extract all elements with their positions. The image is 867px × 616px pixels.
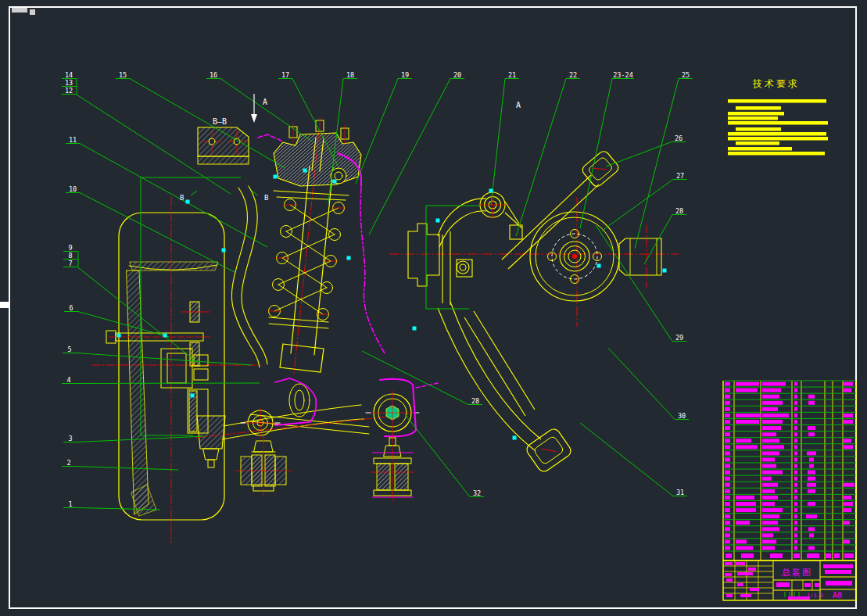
- leader-line: [77, 353, 252, 366]
- table-cell-text: [762, 521, 778, 525]
- table-cell-text: [762, 471, 783, 475]
- callout-14: 14: [65, 71, 73, 79]
- table-cell-text: [808, 395, 815, 399]
- node-marker: [303, 169, 307, 173]
- table-cell-text: [736, 521, 750, 525]
- table-row: [725, 407, 797, 411]
- table-cell-text: [794, 489, 797, 493]
- table-cell-text: [725, 439, 730, 442]
- table-cell-text: [844, 521, 850, 525]
- table-cell-text: [844, 445, 853, 449]
- table-cell-text: [794, 502, 797, 506]
- leader-line: [405, 414, 470, 497]
- table-cell-text: [844, 502, 853, 506]
- table-cell-text: [725, 420, 730, 424]
- table-cell-text: [794, 539, 797, 543]
- table-cell-text: [808, 546, 815, 550]
- leader-line: [606, 142, 672, 167]
- table-cell-text: [762, 445, 784, 449]
- title-block-text: [826, 581, 852, 586]
- table-cell-text: [762, 514, 779, 518]
- tech-requirements: 技术要求: [728, 78, 828, 156]
- hub-flange: [408, 224, 439, 286]
- table-cell-text: [794, 464, 797, 468]
- tech-requirement-line: [728, 132, 826, 136]
- arm-bushing: [289, 384, 310, 417]
- table-header-text: [770, 553, 783, 558]
- callout-15: 15: [119, 71, 127, 79]
- plot-stamp-mark: [12, 8, 27, 13]
- table-cell-text: [762, 439, 779, 442]
- callout-23-24: 23-24: [613, 71, 633, 79]
- callout-28: 28: [471, 397, 479, 405]
- table-row: [725, 483, 854, 487]
- table-cell-text: [762, 496, 778, 500]
- section-b-right-label: B: [264, 194, 268, 202]
- table-cell-text: [725, 483, 730, 487]
- callout-16: 16: [210, 71, 217, 79]
- node-marker: [413, 327, 417, 331]
- leader-line: [516, 79, 566, 237]
- callout-6: 6: [69, 304, 73, 312]
- link-bushing-bottom: [525, 427, 573, 474]
- table-cell-text: [762, 395, 779, 399]
- drawing-sheet: 141312151617181920212223-242511109876543…: [0, 0, 867, 616]
- table-cell-text: [725, 401, 730, 405]
- table-cell-text: [725, 426, 730, 430]
- table-cell-text: [808, 426, 815, 430]
- table-cell-text: [725, 471, 730, 475]
- table-cell-text: [808, 502, 815, 506]
- callout-7: 7: [68, 260, 72, 267]
- section-bb-label: B—B: [213, 117, 227, 126]
- table-cell-text: [725, 546, 730, 550]
- table-cell-text: [794, 382, 797, 386]
- table-cell-text: [794, 451, 797, 455]
- lower-arm: [222, 405, 369, 439]
- tech-requirement-line: [728, 112, 784, 116]
- table-cell-text: [806, 514, 817, 518]
- table-row: [725, 451, 816, 455]
- callout-3: 3: [68, 435, 72, 442]
- table-cell-text: [736, 546, 753, 550]
- title-block-text: [776, 582, 790, 587]
- table-cell-text: [725, 477, 730, 481]
- callout-9: 9: [68, 244, 72, 252]
- table-cell-text: [762, 401, 783, 405]
- table-cell-text: [762, 382, 786, 386]
- node-marker: [347, 256, 351, 260]
- table-cell-text: [736, 389, 758, 392]
- table-cell-text: [725, 457, 730, 461]
- table-cell-text: [794, 508, 797, 512]
- table-cell-text: [762, 432, 776, 436]
- callout-12: 12: [65, 87, 73, 95]
- node-marker: [436, 219, 440, 223]
- table-cell-text: [736, 502, 756, 506]
- title-block-text: [823, 564, 853, 568]
- table-cell-text: [762, 546, 775, 550]
- view-a-label: A: [516, 101, 521, 109]
- title-block-text: [748, 568, 756, 571]
- callout-28: 28: [675, 207, 683, 215]
- table-header-text: [826, 553, 831, 558]
- leader-line: [596, 225, 672, 342]
- table-cell-text: [725, 464, 730, 468]
- title-block-text: [740, 594, 751, 597]
- tech-requirement-line: [728, 147, 792, 151]
- table-cell-text: [794, 389, 797, 392]
- leader-line: [76, 467, 178, 471]
- node-marker: [186, 200, 190, 204]
- table-cell-text: [794, 514, 797, 518]
- leader-line: [644, 215, 672, 265]
- table-cell-text: [808, 477, 815, 481]
- title-block-text: [804, 583, 811, 587]
- title-block-text: [725, 573, 732, 576]
- side-view: [389, 149, 679, 474]
- table-cell-text: [725, 489, 730, 493]
- link-bushing-top: [580, 149, 620, 188]
- tech-requirements-title: 技术要求: [752, 78, 800, 89]
- table-cell-text: [725, 521, 730, 525]
- table-cell-text: [807, 451, 816, 455]
- table-cell-text: [762, 464, 776, 468]
- node-marker: [117, 334, 121, 338]
- table-cell-text: [794, 439, 797, 442]
